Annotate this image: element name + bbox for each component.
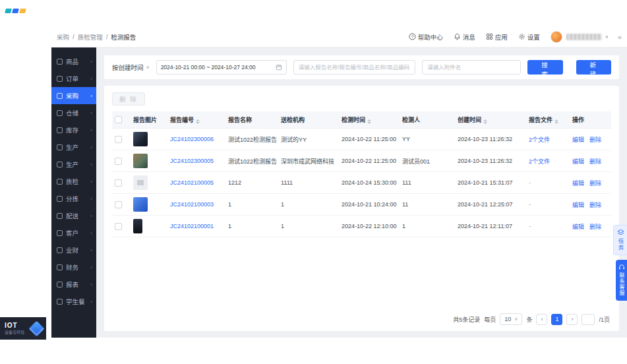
edit-link[interactable]: 编辑 bbox=[572, 180, 584, 187]
report-code-link[interactable]: JC24102300005 bbox=[170, 158, 214, 164]
chevron-right-icon: › bbox=[90, 299, 92, 305]
contact-support-widget[interactable]: 联系客服 bbox=[616, 260, 627, 301]
delete-link[interactable]: 删除 bbox=[589, 224, 601, 230]
report-files-link[interactable]: 2个文件 bbox=[529, 158, 550, 165]
created-time-cell: 2024-10-21 15:31:07 bbox=[455, 172, 526, 194]
breadcrumb-item[interactable]: 质检管理 bbox=[78, 32, 103, 42]
sidebar-item-orders[interactable]: 订单› bbox=[51, 70, 96, 87]
iot-brand: IOT 设备与环境 bbox=[0, 317, 46, 340]
col-report-files[interactable]: 报告文件 bbox=[526, 111, 570, 129]
row-checkbox[interactable] bbox=[115, 179, 122, 187]
sort-icon[interactable] bbox=[196, 119, 200, 124]
row-checkbox[interactable] bbox=[115, 201, 122, 208]
sidebar-item-inventory[interactable]: 库存› bbox=[51, 121, 96, 138]
layers-icon bbox=[617, 229, 624, 236]
created-time-cell: 2024-10-21 12:25:07 bbox=[455, 194, 526, 216]
page-size-select[interactable]: 10 ∨ bbox=[500, 313, 522, 325]
sidebar-item-quality[interactable]: 质检› bbox=[51, 173, 96, 190]
inspect-org-cell: 深圳市成武网络科技 bbox=[278, 150, 339, 172]
menu-icon bbox=[57, 110, 63, 116]
date-range-input[interactable] bbox=[156, 60, 287, 75]
created-time-cell: 2024-10-21 12:11:07 bbox=[455, 216, 526, 237]
test-time-cell: 2024-10-22 12:10:00 bbox=[339, 216, 400, 237]
delete-link[interactable]: 删除 bbox=[589, 202, 601, 208]
delete-link[interactable]: 删除 bbox=[589, 158, 601, 165]
report-thumbnail[interactable] bbox=[133, 154, 148, 168]
edit-link[interactable]: 编辑 bbox=[572, 158, 584, 165]
report-thumbnail[interactable] bbox=[133, 132, 148, 146]
report-code-link[interactable]: JC24102300006 bbox=[170, 136, 214, 142]
menu-icon bbox=[57, 179, 63, 185]
sidebar-item-customers[interactable]: 客户› bbox=[51, 224, 96, 241]
edit-link[interactable]: 编辑 bbox=[572, 202, 584, 208]
create-button[interactable]: 新 建 bbox=[576, 60, 611, 75]
sidebar-item-reports[interactable]: 报表› bbox=[51, 276, 96, 293]
sort-icon[interactable] bbox=[554, 119, 558, 124]
user-menu-caret-icon[interactable]: ∨ bbox=[605, 34, 609, 40]
chevron-right-icon: › bbox=[90, 213, 92, 219]
collapse-icon[interactable]: « bbox=[618, 33, 622, 41]
sidebar-item-production-2[interactable]: 生产› bbox=[51, 156, 96, 173]
report-thumbnail[interactable] bbox=[133, 219, 142, 233]
row-checkbox[interactable] bbox=[115, 136, 122, 143]
messages-link[interactable]: 消息 bbox=[454, 32, 475, 42]
sidebar-item-sorting[interactable]: 分拣› bbox=[51, 190, 96, 207]
row-checkbox[interactable] bbox=[115, 158, 122, 165]
prev-page-button[interactable]: ‹ bbox=[536, 314, 547, 325]
keyword-search-input[interactable] bbox=[293, 60, 416, 75]
sidebar-item-goods[interactable]: 商品› bbox=[51, 53, 96, 70]
sidebar-item-finance[interactable]: 财务› bbox=[51, 258, 96, 276]
report-code-link[interactable]: JC24102100003 bbox=[170, 201, 214, 208]
settings-label: 设置 bbox=[527, 32, 540, 42]
help-center-link[interactable]: ? 帮助中心 bbox=[409, 32, 443, 42]
col-created-time[interactable]: 创建时间 bbox=[455, 111, 526, 129]
select-all-checkbox[interactable] bbox=[115, 116, 122, 123]
settings-link[interactable]: 设置 bbox=[518, 32, 540, 42]
attachment-search-input[interactable] bbox=[422, 60, 521, 75]
chevron-right-icon: › bbox=[90, 110, 92, 116]
time-field-label: 按创建时间 bbox=[112, 63, 144, 72]
edit-link[interactable]: 编辑 bbox=[572, 224, 584, 230]
screen: 采购 / 质检管理 / 检测报告 ? 帮助中心 消息 应用 设置 bbox=[0, 0, 627, 364]
sidebar-item-procurement[interactable]: 采购› bbox=[51, 87, 96, 104]
table-row: JC24102100001 1 1 2024-10-22 12:10:00 1 … bbox=[112, 216, 611, 237]
sort-icon[interactable] bbox=[483, 119, 487, 124]
report-code-link[interactable]: JC24102100001 bbox=[170, 223, 214, 229]
sidebar-item-warehouse[interactable]: 仓储› bbox=[51, 104, 96, 121]
row-checkbox[interactable] bbox=[115, 223, 122, 230]
report-files-link[interactable]: 2个文件 bbox=[529, 136, 550, 143]
col-inspect-org: 送检机构 bbox=[278, 111, 339, 129]
sidebar-item-production-1[interactable]: 生产› bbox=[51, 138, 96, 156]
breadcrumb-item[interactable]: 采购 bbox=[57, 32, 69, 42]
report-name-cell: 测试1022检测报告 bbox=[225, 150, 278, 172]
sidebar-item-delivery[interactable]: 配送› bbox=[51, 207, 96, 224]
sidebar-item-biz-finance[interactable]: 业财› bbox=[51, 241, 96, 258]
date-range-value[interactable] bbox=[161, 64, 272, 71]
menu-icon bbox=[57, 196, 63, 202]
report-thumbnail[interactable] bbox=[133, 197, 148, 212]
chevron-right-icon: › bbox=[90, 196, 92, 202]
delete-link[interactable]: 删除 bbox=[589, 180, 601, 187]
chevron-right-icon: › bbox=[90, 247, 92, 253]
search-button[interactable]: 搜 索 bbox=[527, 60, 562, 75]
col-test-time[interactable]: 检测时间 bbox=[339, 111, 400, 129]
page-jump-input[interactable] bbox=[582, 314, 595, 325]
current-page-button[interactable]: 1 bbox=[551, 314, 562, 325]
delete-link[interactable]: 删除 bbox=[589, 136, 601, 143]
col-report-code[interactable]: 报告编号 bbox=[167, 111, 225, 129]
report-code-link[interactable]: JC24102100005 bbox=[170, 179, 214, 186]
user-name-redacted[interactable] bbox=[566, 34, 602, 40]
tasks-widget[interactable]: 任务 bbox=[613, 225, 627, 255]
time-field-select[interactable]: 按创建时间 ∨ bbox=[112, 63, 150, 72]
sort-icon[interactable] bbox=[367, 119, 371, 124]
report-thumbnail[interactable] bbox=[133, 175, 148, 190]
delete-button[interactable]: 删 除 bbox=[112, 92, 145, 106]
sidebar-item-student-meal[interactable]: 学生餐› bbox=[51, 293, 96, 310]
next-page-button[interactable]: › bbox=[566, 314, 578, 325]
avatar[interactable] bbox=[551, 31, 562, 43]
tester-cell: 11 bbox=[400, 194, 455, 216]
menu-icon bbox=[57, 230, 63, 236]
edit-link[interactable]: 编辑 bbox=[572, 136, 584, 143]
report-files-empty: - bbox=[529, 201, 531, 208]
apps-link[interactable]: 应用 bbox=[486, 32, 508, 42]
